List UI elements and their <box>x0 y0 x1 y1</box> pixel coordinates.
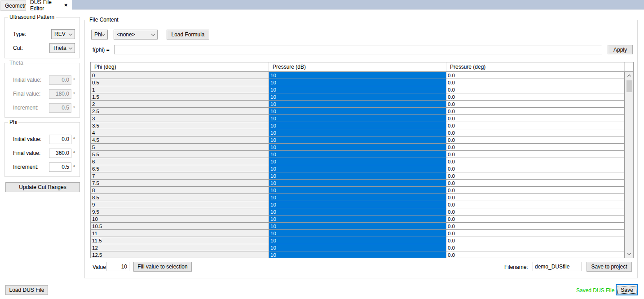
cell-pressure-db[interactable]: 10 <box>269 115 446 122</box>
value-label: Value: <box>93 264 107 270</box>
cell-pressure-db[interactable]: 10 <box>269 122 446 129</box>
save-to-project-button[interactable]: Save to project <box>587 262 632 272</box>
phi-final-field[interactable]: 360.0 <box>49 149 71 158</box>
chevron-down-icon <box>151 32 155 35</box>
cell-pressure-db[interactable]: 10 <box>269 187 446 194</box>
formula-select[interactable]: <none> <box>114 30 158 40</box>
table-row: 4.5100.0 <box>91 136 625 144</box>
phi-initial-field[interactable]: 0.0 <box>49 135 71 144</box>
cell-pressure-db[interactable]: 10 <box>269 158 446 165</box>
cell-pressure-deg[interactable]: 0.0 <box>446 223 625 230</box>
cell-pressure-db[interactable]: 10 <box>269 93 446 101</box>
cell-phi: 4.5 <box>91 136 269 144</box>
cell-pressure-db[interactable]: 10 <box>269 86 446 93</box>
table-row: 6.5100.0 <box>91 165 625 172</box>
theta-increment-label: Increment: <box>13 105 49 111</box>
cell-pressure-deg[interactable]: 0.0 <box>446 136 625 144</box>
table-row: 11.5100.0 <box>91 237 625 244</box>
filename-input[interactable]: demo_DUSfile <box>533 262 582 271</box>
load-dus-file-button[interactable]: Load DUS File <box>5 285 48 295</box>
fx-input[interactable] <box>114 45 602 54</box>
cell-pressure-db[interactable]: 10 <box>269 79 446 86</box>
cell-pressure-deg[interactable]: 0.0 <box>446 158 625 165</box>
cell-pressure-deg[interactable]: 0.0 <box>446 86 625 93</box>
cell-pressure-db[interactable]: 10 <box>269 230 446 237</box>
type-label: Type: <box>13 31 51 37</box>
theta-final-label: Final value: <box>13 91 49 97</box>
degree-symbol: ° <box>73 165 75 170</box>
cut-select[interactable]: Theta <box>49 43 75 53</box>
close-icon[interactable]: ✕ <box>64 3 68 8</box>
cell-pressure-deg[interactable]: 0.0 <box>446 201 625 208</box>
cell-pressure-db[interactable]: 10 <box>269 72 446 79</box>
cell-pressure-deg[interactable]: 0.0 <box>446 187 625 194</box>
cell-pressure-db[interactable]: 10 <box>269 101 446 108</box>
tab-geometry[interactable]: Geometry <box>0 0 26 11</box>
cell-pressure-db[interactable]: 10 <box>269 244 446 251</box>
cell-pressure-deg[interactable]: 0.0 <box>446 93 625 101</box>
formula-select-value: <none> <box>117 31 135 38</box>
cell-pressure-db[interactable]: 10 <box>269 201 446 208</box>
fill-value-button[interactable]: Fill value to selection <box>133 262 192 272</box>
cell-pressure-db[interactable]: 10 <box>269 194 446 201</box>
load-formula-button[interactable]: Load Formula <box>167 30 209 40</box>
cell-pressure-deg[interactable]: 0.0 <box>446 122 625 129</box>
apply-button[interactable]: Apply <box>608 45 633 54</box>
column-header-pressure-db[interactable]: Pressure (dB) <box>269 62 446 71</box>
cell-pressure-deg[interactable]: 0.0 <box>446 101 625 108</box>
cell-pressure-db[interactable]: 10 <box>269 165 446 172</box>
cell-pressure-db[interactable]: 10 <box>269 108 446 115</box>
theta-group: Theta Initial value: 0.0 ° Final value: … <box>4 63 80 118</box>
cell-pressure-db[interactable]: 10 <box>269 129 446 136</box>
cell-pressure-deg[interactable]: 0.0 <box>446 215 625 223</box>
column-header-pressure-deg[interactable]: Pressure (deg) <box>446 62 625 71</box>
cell-pressure-deg[interactable]: 0.0 <box>446 237 625 244</box>
cell-phi: 3.5 <box>91 122 269 129</box>
type-value: REV <box>54 31 66 37</box>
cell-pressure-deg[interactable]: 0.0 <box>446 165 625 172</box>
cell-pressure-db[interactable]: 10 <box>269 251 446 258</box>
phi-increment-field[interactable]: 0.5 <box>49 163 71 172</box>
cell-pressure-deg[interactable]: 0.0 <box>446 79 625 86</box>
cell-pressure-db[interactable]: 10 <box>269 208 446 215</box>
degree-symbol: ° <box>73 78 75 83</box>
cell-pressure-db[interactable]: 10 <box>269 180 446 187</box>
cell-pressure-deg[interactable]: 0.0 <box>446 230 625 237</box>
saved-status-text: Saved DUS File <box>576 287 614 294</box>
cell-pressure-deg[interactable]: 0.0 <box>446 129 625 136</box>
scroll-up-button[interactable] <box>625 72 633 79</box>
scroll-down-button[interactable] <box>625 250 633 258</box>
cell-pressure-db[interactable]: 10 <box>269 215 446 223</box>
cell-pressure-deg[interactable]: 0.0 <box>446 208 625 215</box>
type-select[interactable]: REV <box>51 29 75 39</box>
cell-pressure-deg[interactable]: 0.0 <box>446 180 625 187</box>
cell-pressure-deg[interactable]: 0.0 <box>446 115 625 122</box>
cell-pressure-deg[interactable]: 0.0 <box>446 151 625 158</box>
cell-pressure-db[interactable]: 10 <box>269 172 446 180</box>
cell-pressure-db[interactable]: 10 <box>269 223 446 230</box>
cell-pressure-deg[interactable]: 0.0 <box>446 144 625 151</box>
save-button[interactable]: Save <box>616 284 638 295</box>
theta-initial-field: 0.0 <box>49 75 71 85</box>
cell-pressure-deg[interactable]: 0.0 <box>446 251 625 258</box>
cell-pressure-db[interactable]: 10 <box>269 237 446 244</box>
scrollbar-thumb[interactable] <box>626 80 632 92</box>
cell-pressure-deg[interactable]: 0.0 <box>446 194 625 201</box>
column-header-phi[interactable]: Phi (deg) <box>91 62 269 71</box>
phi-initial-label: Initial value: <box>13 136 49 142</box>
variable-select[interactable]: Phi <box>91 30 108 40</box>
update-cut-ranges-button[interactable]: Update Cut Ranges <box>5 182 80 192</box>
apply-label: Apply <box>613 47 627 53</box>
cell-pressure-db[interactable]: 10 <box>269 144 446 151</box>
cell-phi: 2 <box>91 101 269 108</box>
cell-pressure-deg[interactable]: 0.0 <box>446 72 625 79</box>
cell-pressure-deg[interactable]: 0.0 <box>446 244 625 251</box>
vertical-scrollbar[interactable] <box>625 72 633 258</box>
cell-pressure-db[interactable]: 10 <box>269 136 446 144</box>
cell-pressure-db[interactable]: 10 <box>269 151 446 158</box>
cell-pressure-deg[interactable]: 0.0 <box>446 172 625 180</box>
cell-pressure-deg[interactable]: 0.0 <box>446 108 625 115</box>
tab-dus-file-editor[interactable]: DUS File Editor ✕ <box>26 0 72 11</box>
phi-increment-value: 0.5 <box>62 164 69 170</box>
value-input[interactable]: 10 <box>106 262 129 271</box>
